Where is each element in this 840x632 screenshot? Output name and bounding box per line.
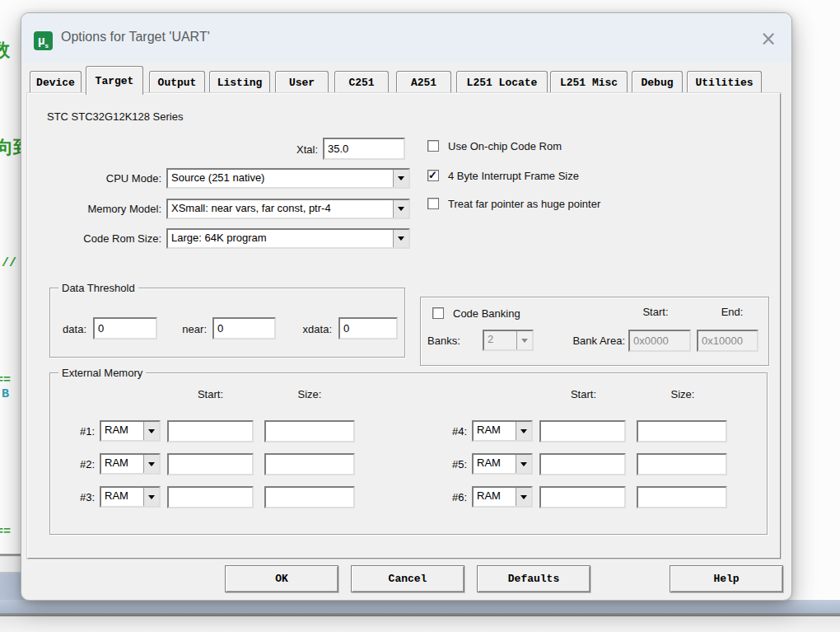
banks-label: Banks: — [427, 335, 460, 347]
data-threshold-data-input[interactable] — [93, 317, 157, 339]
target-tab-panel: STC STC32G12K128 Series Xtal: CPU Mode: … — [27, 93, 781, 559]
bank-end-label: End: — [709, 306, 755, 318]
use-onchip-code-rom-checkbox[interactable] — [427, 140, 439, 152]
ext-row3-type-select[interactable]: RAM — [100, 486, 161, 508]
external-memory-title: External Memory — [58, 367, 146, 379]
ext-row-type-value: RAM — [101, 488, 143, 506]
ext-row2-size-input[interactable] — [264, 453, 355, 475]
ext-start-label-right: Start: — [540, 388, 627, 400]
banks-select: 2 — [483, 330, 534, 351]
data-threshold-xdata-input[interactable] — [338, 317, 398, 339]
external-memory-group: External Memory Start: Size: Start: Size… — [49, 372, 768, 535]
data-threshold-group: Data Threshold data: near: xdata: — [49, 288, 405, 358]
ext-row2-type-select[interactable]: RAM — [100, 453, 161, 475]
tab-listing[interactable]: Listing — [209, 71, 270, 94]
bank-start-label: Start: — [631, 306, 680, 318]
close-icon[interactable]: × — [755, 26, 782, 53]
ok-button[interactable]: OK — [225, 565, 338, 592]
ext-row1-type-select[interactable]: RAM — [100, 420, 161, 442]
memory-model-label: Memory Model: — [38, 203, 161, 215]
cpu-mode-label: CPU Mode: — [38, 172, 161, 185]
ext-memory-row-4: #4: RAM — [442, 419, 739, 442]
tab-output[interactable]: Output — [149, 71, 205, 94]
code-rom-size-select[interactable]: Large: 64K program — [166, 228, 410, 249]
tab-a251[interactable]: A251 — [396, 71, 451, 94]
defaults-button[interactable]: Defaults — [477, 565, 590, 592]
ext-memory-row-1: #1: RAM — [70, 419, 366, 442]
code-fragment: 数 — [0, 38, 10, 63]
ext-size-label-right: Size: — [637, 388, 728, 400]
ext-row-type-value: RAM — [101, 455, 143, 473]
bank-area-start-input — [628, 330, 691, 352]
tab-c251[interactable]: C251 — [334, 71, 389, 94]
ext-row1-start-input[interactable] — [167, 420, 254, 442]
treat-far-pointer-label: Treat far pointer as huge pointer — [448, 198, 600, 210]
code-rom-size-value: Large: 64K program — [168, 230, 393, 247]
ext-row-label: #5: — [442, 458, 467, 470]
ext-row-type-value: RAM — [474, 422, 516, 440]
ext-row6-start-input[interactable] — [539, 486, 626, 508]
cpu-mode-select[interactable]: Source (251 native) — [166, 168, 410, 189]
data-threshold-near-input[interactable] — [212, 317, 276, 339]
device-series-label: STC STC32G12K128 Series — [47, 110, 183, 123]
ext-row-label: #4: — [442, 425, 467, 438]
cpu-mode-value: Source (251 native) — [168, 170, 393, 187]
cancel-button[interactable]: Cancel — [351, 565, 464, 592]
tab-debug[interactable]: Debug — [632, 71, 683, 94]
ext-memory-row-6: #6: RAM — [442, 485, 739, 508]
code-banking-checkbox[interactable] — [432, 307, 444, 319]
four-byte-interrupt-frame-checkbox[interactable] — [427, 170, 439, 181]
ext-row5-start-input[interactable] — [539, 453, 626, 475]
ext-row4-start-input[interactable] — [539, 420, 626, 442]
xtal-input[interactable] — [323, 138, 405, 160]
code-banking-group: Code Banking Start: End: Banks: 2 Bank A… — [420, 297, 769, 366]
ext-row-label: #6: — [442, 491, 467, 503]
memory-model-value: XSmall: near vars, far const, ptr-4 — [168, 200, 393, 218]
ext-start-label-left: Start: — [167, 388, 254, 400]
four-byte-interrupt-frame-label: 4 Byte Interrupt Frame Size — [448, 170, 579, 182]
chevron-down-icon — [143, 488, 159, 506]
ext-row4-type-select[interactable]: RAM — [472, 420, 533, 442]
chevron-down-icon — [516, 455, 531, 473]
tab-user[interactable]: User — [275, 71, 329, 94]
code-fragment: // — [2, 256, 16, 270]
xtal-label: Xtal: — [234, 143, 318, 156]
code-rom-size-label: Code Rom Size: — [38, 232, 161, 245]
banks-value: 2 — [484, 331, 516, 349]
code-banking-label: Code Banking — [453, 307, 520, 320]
tab-l251-misc[interactable]: L251 Misc — [550, 71, 628, 94]
code-fragment: == — [0, 373, 11, 387]
help-button[interactable]: Help — [670, 565, 783, 592]
chevron-down-icon — [393, 200, 408, 218]
ext-row3-size-input[interactable] — [264, 486, 355, 508]
dialog-titlebar: µs Options for Target 'UART' × — [21, 13, 791, 63]
chevron-down-icon — [393, 230, 408, 247]
dialog-title: Options for Target 'UART' — [61, 30, 210, 44]
treat-far-pointer-checkbox[interactable] — [427, 198, 439, 209]
ext-row6-size-input[interactable] — [637, 486, 727, 508]
ext-row2-start-input[interactable] — [167, 453, 254, 475]
tab-device[interactable]: Device — [30, 71, 82, 94]
ext-row-label: #3: — [70, 491, 95, 503]
memory-model-select[interactable]: XSmall: near vars, far const, ptr-4 — [166, 199, 410, 219]
ext-row6-type-select[interactable]: RAM — [472, 486, 533, 508]
chevron-down-icon — [516, 331, 532, 349]
use-onchip-code-rom-label: Use On-chip Code Rom — [448, 140, 562, 152]
ext-row-label: #2: — [70, 458, 95, 470]
uvision-app-icon: µs — [34, 31, 53, 50]
ext-size-label-left: Size: — [264, 388, 355, 400]
ext-row5-type-select[interactable]: RAM — [472, 453, 533, 475]
tab-utilities[interactable]: Utilities — [687, 71, 762, 94]
data-label: data: — [52, 323, 86, 335]
tab-l251-locate[interactable]: L251 Locate — [456, 71, 548, 94]
xdata-label: xdata: — [291, 323, 332, 335]
ext-row3-start-input[interactable] — [167, 486, 254, 508]
ext-row5-size-input[interactable] — [637, 453, 727, 475]
tab-target[interactable]: Target — [86, 66, 143, 95]
ext-row4-size-input[interactable] — [637, 420, 727, 442]
bank-area-label: Bank Area: — [551, 335, 625, 347]
data-threshold-title: Data Threshold — [58, 282, 138, 294]
ext-row1-size-input[interactable] — [264, 420, 355, 442]
code-fragment: B — [2, 387, 9, 401]
background-taskarea — [0, 616, 840, 632]
